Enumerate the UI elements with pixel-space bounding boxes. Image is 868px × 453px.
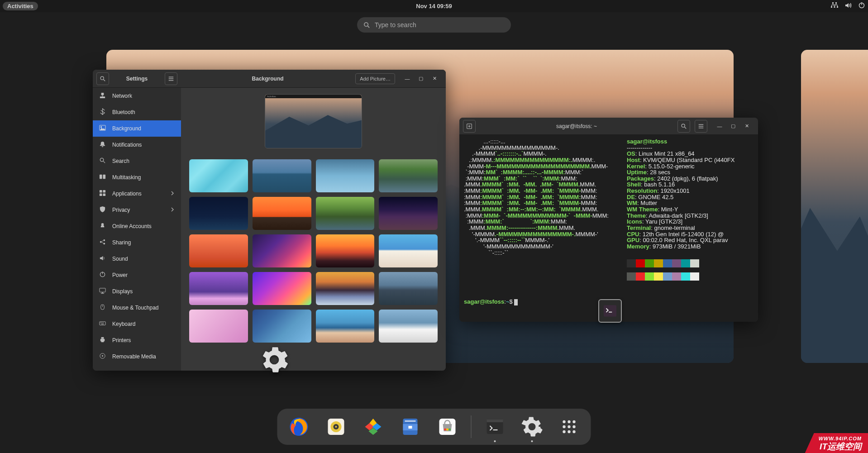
svg-rect-21	[103, 190, 105, 193]
sidebar-item-network[interactable]: Network	[93, 88, 181, 104]
wallpaper-thumb-8[interactable]	[189, 234, 248, 267]
settings-body: Activities	[181, 88, 446, 371]
wallpaper-thumb-5[interactable]	[253, 197, 311, 230]
dock-rhythmbox[interactable]	[323, 413, 350, 440]
dock-firefox[interactable]	[286, 413, 313, 440]
minimize-button[interactable]: —	[404, 76, 410, 82]
network-icon[interactable]	[831, 2, 838, 10]
svg-rect-49	[699, 124, 704, 124]
sidebar-item-label: Bluetooth	[112, 109, 135, 115]
sidebar-item-power[interactable]: Power	[93, 267, 181, 283]
svg-point-56	[335, 426, 337, 428]
mouse-touchpad-icon	[99, 304, 106, 312]
dock-apps-grid[interactable]	[556, 413, 583, 440]
system-tray[interactable]	[831, 2, 865, 10]
sidebar-item-background[interactable]: Background	[93, 120, 181, 137]
svg-point-76	[572, 430, 575, 433]
terminal-search-button[interactable]	[677, 120, 690, 133]
wallpaper-thumb-12[interactable]	[189, 272, 248, 305]
terminal-minimize-button[interactable]: —	[716, 123, 723, 129]
settings-menu-button[interactable]	[165, 72, 177, 85]
wallpaper-thumb-6[interactable]	[316, 197, 375, 230]
notifications-icon	[99, 141, 106, 149]
svg-rect-36	[100, 323, 101, 323]
wallpaper-thumb-10[interactable]	[316, 234, 375, 267]
sidebar-item-mouse-touchpad[interactable]: Mouse & Touchpad	[93, 300, 181, 316]
sidebar-item-keyboard[interactable]: Keyboard	[93, 316, 181, 332]
svg-rect-23	[103, 193, 105, 196]
terminal-maximize-button[interactable]: ▢	[730, 123, 736, 129]
wallpaper-thumb-17[interactable]	[253, 310, 311, 343]
svg-point-64	[448, 429, 451, 431]
search-icon	[363, 22, 370, 29]
dock-software[interactable]	[434, 413, 461, 440]
wallpaper-thumb-7[interactable]	[379, 197, 438, 230]
wallpaper-thumb-13[interactable]	[253, 272, 311, 305]
wallpaper-thumb-4[interactable]	[189, 197, 248, 230]
dock-settings[interactable]	[519, 413, 546, 440]
sidebar-item-printers[interactable]: Printers	[93, 332, 181, 348]
terminal-newtab-button[interactable]	[463, 120, 476, 133]
wallpaper-thumb-14[interactable]	[316, 272, 375, 305]
volume-icon[interactable]	[844, 2, 852, 10]
wallpaper-thumb-0[interactable]	[189, 159, 248, 192]
svg-point-44	[102, 355, 103, 357]
terminal-menu-button[interactable]	[695, 120, 707, 133]
svg-point-48	[682, 124, 685, 127]
sidebar-item-online-accounts[interactable]: Online Accounts	[93, 218, 181, 234]
displays-icon	[99, 287, 106, 296]
wallpaper-thumb-2[interactable]	[316, 159, 375, 192]
wallpaper-thumb-15[interactable]	[379, 272, 438, 305]
sidebar-item-bluetooth[interactable]: Bluetooth	[93, 104, 181, 120]
sidebar-item-sound[interactable]: Sound	[93, 251, 181, 267]
clock[interactable]: Nov 14 09:59	[416, 3, 452, 10]
wallpaper-thumb-11[interactable]	[379, 234, 438, 267]
watermark: WWW.94IP.COM IT运维空间	[805, 433, 868, 453]
applications-icon	[99, 190, 106, 198]
terminal-app-icon[interactable]	[598, 299, 622, 323]
sidebar-item-notifications[interactable]: Notifications	[93, 137, 181, 153]
sidebar-item-sharing[interactable]: Sharing	[93, 234, 181, 251]
dock-photos[interactable]	[360, 413, 387, 440]
svg-point-62	[444, 429, 446, 431]
settings-sidebar: NetworkBluetoothBackgroundNotificationsS…	[93, 88, 181, 371]
close-button[interactable]: ✕	[431, 76, 438, 82]
overview-search[interactable]: Type to search	[357, 17, 511, 33]
svg-point-75	[568, 430, 570, 433]
add-picture-button[interactable]: Add Picture…	[355, 73, 395, 84]
dock-terminal[interactable]	[482, 413, 509, 440]
svg-rect-39	[101, 324, 104, 324]
settings-app-icon[interactable]	[260, 346, 288, 374]
removable-media-icon	[99, 353, 106, 361]
svg-rect-3	[834, 6, 835, 8]
svg-point-63	[446, 429, 448, 431]
sidebar-item-removable-media[interactable]: Removable Media	[93, 348, 181, 365]
activities-button[interactable]: Activities	[3, 2, 38, 10]
terminal-close-button[interactable]: ✕	[744, 123, 750, 129]
wallpaper-thumb-16[interactable]	[189, 310, 248, 343]
keyboard-icon	[99, 320, 106, 328]
svg-rect-41	[101, 337, 104, 339]
wallpaper-thumb-18[interactable]	[316, 310, 375, 343]
wallpaper-thumb-9[interactable]	[253, 234, 311, 267]
sidebar-item-applications[interactable]: Applications	[93, 186, 181, 202]
terminal-window: sagar@itsfoss: ~ — ▢ ✕ ...-:::::-...saga…	[459, 118, 758, 322]
wallpaper-thumb-19[interactable]	[379, 310, 438, 343]
maximize-button[interactable]: ▢	[418, 76, 424, 82]
power-icon[interactable]	[858, 2, 865, 10]
sidebar-item-search[interactable]: Search	[93, 153, 181, 169]
wallpaper-grid	[189, 159, 438, 343]
svg-rect-50	[699, 126, 704, 126]
settings-search-button[interactable]	[96, 72, 109, 85]
sidebar-item-displays[interactable]: Displays	[93, 283, 181, 300]
sidebar-item-multitasking[interactable]: Multitasking	[93, 169, 181, 186]
sidebar-item-privacy[interactable]: Privacy	[93, 202, 181, 218]
wallpaper-thumb-1[interactable]	[253, 159, 311, 192]
terminal-output[interactable]: ...-:::::-...sagar@itsfoss .-MMMMMMMMMMM…	[459, 135, 758, 322]
svg-point-16	[100, 126, 102, 128]
wallpaper-thumb-3[interactable]	[379, 159, 438, 192]
dock-files[interactable]	[397, 413, 424, 440]
settings-title: Settings	[114, 76, 160, 82]
workspace-next[interactable]	[801, 50, 868, 363]
sidebar-item-label: Notifications	[112, 142, 142, 148]
